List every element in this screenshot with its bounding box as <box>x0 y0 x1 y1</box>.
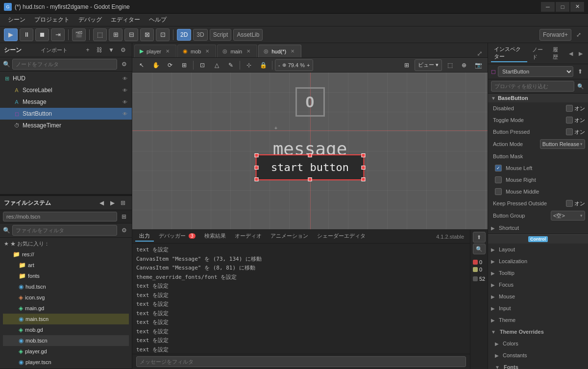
console-search-button[interactable]: 🔍 <box>473 244 486 254</box>
tab-mob[interactable]: ◉ mob ✕ <box>177 45 216 57</box>
start-button-node[interactable]: start button <box>255 154 365 180</box>
fs-item-player-tscn[interactable]: ◉ player.tscn <box>3 357 129 368</box>
tab-main[interactable]: ◎ main ✕ <box>217 45 257 57</box>
fs-item-icon-svg[interactable]: ◈ icon.svg <box>3 292 129 303</box>
view-dropdown[interactable]: ビュー ▾ <box>415 59 442 71</box>
handle-middle-left[interactable] <box>254 166 258 170</box>
inspector-tab-inspector[interactable]: インスペクター <box>491 45 527 62</box>
layout-button-3[interactable]: ⊟ <box>124 28 138 41</box>
handle-bottom-middle[interactable] <box>308 177 312 181</box>
fs-item-fonts[interactable]: 📁 fonts <box>3 271 129 281</box>
inspector-node-select[interactable]: StartButton <box>498 66 573 77</box>
fs-item-mob-gd[interactable]: ◈ mob.gd <box>3 324 129 335</box>
tab-player-close[interactable]: ✕ <box>164 48 171 55</box>
tool-rotate-button[interactable]: ⟳ <box>164 59 176 71</box>
action-mode-dropdown[interactable]: Button Release ▾ <box>540 139 585 149</box>
scorelabel-visibility-button[interactable]: 👁 <box>121 86 129 94</box>
inspector-tooltip-row[interactable]: ▶ Tooltip <box>488 267 588 279</box>
inspector-layout-row[interactable]: ▶ Layout <box>488 244 588 255</box>
console-tab-animation[interactable]: アニメーション <box>267 231 312 242</box>
tool-rect-button[interactable]: ⊡ <box>196 59 209 71</box>
inspector-search-icon[interactable]: 🔍 <box>576 82 585 91</box>
handle-top-middle[interactable] <box>308 153 312 157</box>
maximize-viewport-button[interactable]: ⤢ <box>573 31 584 38</box>
zoom-plus-button[interactable]: + <box>307 62 310 68</box>
fs-item-player-gd[interactable]: ◈ player.gd <box>3 346 129 357</box>
minimize-button[interactable]: ─ <box>541 2 555 12</box>
snap-button[interactable]: ⊹ <box>243 59 255 71</box>
menu-scene[interactable]: シーン <box>4 15 29 25</box>
message-visibility-button[interactable]: 👁 <box>121 98 129 106</box>
startbutton-visibility-button[interactable]: 👁 <box>121 110 129 118</box>
fs-back-button[interactable]: ◀ <box>97 198 106 208</box>
scene-add-button[interactable]: + <box>83 45 93 55</box>
console-tab-debugger[interactable]: デバッガー 3 <box>155 231 199 242</box>
tool-polygon-button[interactable]: △ <box>210 59 223 71</box>
tab-hud[interactable]: ◎ hud(*) ✕ <box>258 45 301 57</box>
menu-debug[interactable]: デバッグ <box>74 15 106 25</box>
console-upload-button[interactable]: ⬆ <box>473 232 486 243</box>
tree-item-hud[interactable]: ⊞ HUD 👁 <box>0 73 132 84</box>
fs-item-hud-tscn[interactable]: ◉ hud.tscn <box>3 281 129 292</box>
scene-filter-extra-button[interactable]: ⚙ <box>119 59 129 69</box>
mouse-right-checkbox[interactable] <box>495 176 502 183</box>
layout-button-1[interactable]: ⬚ <box>93 28 107 41</box>
inspector-localization-row[interactable]: ▶ Localization <box>488 255 588 267</box>
tab-main-close[interactable]: ✕ <box>245 48 252 55</box>
fs-item-mob-tscn[interactable]: ◉ mob.tscn <box>3 335 129 346</box>
scene-filter-button[interactable]: ▼ <box>106 45 116 55</box>
import-button[interactable]: インポート <box>41 47 68 54</box>
maximize-button[interactable]: □ <box>556 2 569 12</box>
fs-item-main-tscn[interactable]: ◉ main.tscn <box>3 314 129 324</box>
zoom-minus-button[interactable]: - <box>278 62 280 68</box>
vp-extra-1[interactable]: ⬚ <box>443 59 456 71</box>
fs-layout-button[interactable]: ⊞ <box>118 198 128 208</box>
inspector-theme-row[interactable]: ▶ Theme <box>488 314 588 326</box>
layout-button-4[interactable]: ⊠ <box>140 28 154 41</box>
layout-button-2[interactable]: ⊞ <box>109 28 122 41</box>
button-pressed-checkbox[interactable] <box>566 128 573 135</box>
inspector-colors-row[interactable]: ▶ Colors <box>488 338 588 349</box>
assetlib-button[interactable]: AssetLib <box>233 29 263 41</box>
button-group-dropdown[interactable]: <空> ▾ <box>551 211 585 221</box>
tool-scale-button[interactable]: ⊞ <box>178 59 191 71</box>
console-filter-input[interactable] <box>136 356 466 367</box>
mouse-middle-checkbox[interactable] <box>495 188 502 195</box>
console-tab-output[interactable]: 出力 <box>135 231 154 242</box>
disabled-checkbox[interactable] <box>566 105 573 112</box>
stop-button[interactable]: ⏹ <box>35 28 49 41</box>
console-tab-audio[interactable]: オーディオ <box>231 231 266 242</box>
tree-item-scorelabel[interactable]: A ScoreLabel 👁 <box>0 84 132 96</box>
tree-item-startbutton[interactable]: ◻ StartButton 👁 <box>0 108 132 120</box>
script-button[interactable]: Script <box>210 29 232 41</box>
hud-visibility-button[interactable]: 👁 <box>121 74 129 82</box>
menu-help[interactable]: ヘルプ <box>145 15 171 25</box>
mode-3d-button[interactable]: 3D <box>193 29 207 41</box>
inspector-node-history-button[interactable]: ⬆ <box>575 67 585 76</box>
scene-settings-button[interactable]: ⚙ <box>118 45 128 55</box>
inspector-tab-node[interactable]: ノード <box>529 45 548 62</box>
inspector-constants-row[interactable]: ▶ Constants <box>488 349 588 361</box>
handle-bottom-right[interactable] <box>362 177 366 181</box>
toggle-mode-checkbox[interactable] <box>566 117 573 123</box>
fs-item-res[interactable]: 📁 res:// <box>3 249 129 260</box>
inspector-focus-row[interactable]: ▶ Focus <box>488 279 588 291</box>
tab-player[interactable]: ▶ player ✕ <box>134 45 176 57</box>
scene-filter-input[interactable] <box>12 59 117 70</box>
tab-hud-close[interactable]: ✕ <box>289 48 296 55</box>
fs-forward-button[interactable]: ▶ <box>107 198 117 208</box>
close-button[interactable]: ✕ <box>570 2 584 12</box>
keep-pressed-checkbox[interactable] <box>566 200 573 207</box>
vp-extra-2[interactable]: ⊕ <box>458 59 470 71</box>
inspector-back-button[interactable]: ◀ <box>566 49 575 58</box>
scene-link-button[interactable]: ⛓ <box>95 45 104 55</box>
play-button[interactable]: ▶ <box>4 28 18 41</box>
handle-bottom-left[interactable] <box>254 177 258 181</box>
handle-top-left[interactable] <box>254 153 258 157</box>
lock-button[interactable]: 🔒 <box>257 59 270 71</box>
fs-path-extra-button[interactable]: ⊞ <box>119 212 129 221</box>
maximize-button[interactable]: ⤢ <box>474 49 486 57</box>
tab-mob-close[interactable]: ✕ <box>204 48 211 55</box>
fs-item-main-gd[interactable]: ◈ main.gd <box>3 303 129 314</box>
tree-item-messagetimer[interactable]: ⏱ MessageTimer <box>0 120 132 131</box>
